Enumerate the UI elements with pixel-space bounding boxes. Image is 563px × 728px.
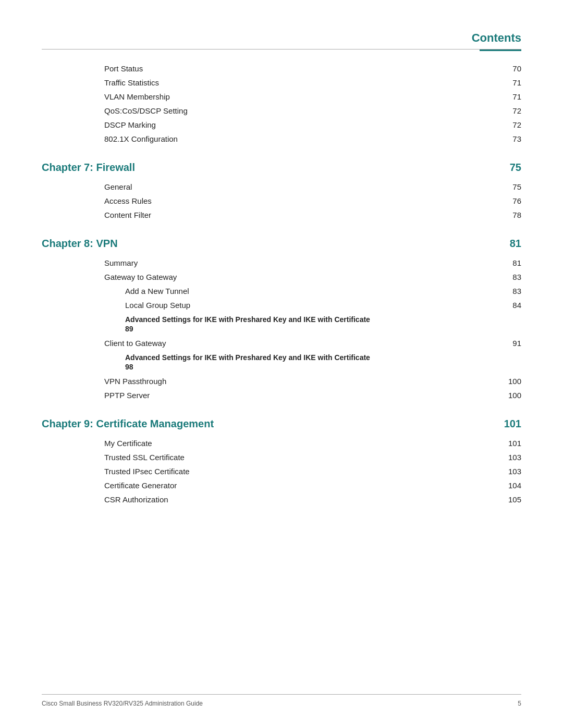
toc-entry-my-certificate: My Certificate 101	[42, 436, 521, 450]
toc-label-client-to-gateway: Client to Gateway	[104, 339, 495, 348]
advanced-page-1: 89	[125, 325, 133, 333]
toc-page-add-new-tunnel: 83	[495, 287, 521, 295]
toc-page-pptp-server: 100	[495, 391, 521, 400]
advanced-text-1: Advanced Settings for IKE with Preshared…	[125, 315, 370, 324]
advanced-page-2: 98	[125, 363, 133, 371]
toc-entry-pptp-server: PPTP Server 100	[42, 388, 521, 402]
toc-entry-general: General 75	[42, 180, 521, 194]
toc-entry-local-group-setup: Local Group Setup 84	[42, 298, 521, 312]
toc-label-summary: Summary	[104, 258, 495, 267]
section-continuation: Port Status 70 Traffic Statistics 71 VLA…	[42, 61, 521, 146]
accent-line-container	[42, 50, 521, 51]
toc-page-my-certificate: 101	[495, 439, 521, 448]
toc-page-vlan-membership: 71	[495, 92, 521, 101]
advanced-text-2: Advanced Settings for IKE with Preshared…	[125, 353, 370, 362]
advanced-block-2: Advanced Settings for IKE with Preshared…	[42, 350, 521, 374]
chapter-7-section: Chapter 7: Firewall 75 General 75 Access…	[42, 162, 521, 222]
chapter-9-heading: Chapter 9: Certificate Management 101	[42, 418, 521, 430]
toc-page-summary: 81	[495, 258, 521, 267]
footer-page-number: 5	[518, 700, 521, 707]
toc-entry-content-filter: Content Filter 78	[42, 208, 521, 222]
toc-section: Port Status 70 Traffic Statistics 71 VLA…	[42, 61, 521, 507]
toc-entry-gateway-to-gateway: Gateway to Gateway 83	[42, 270, 521, 284]
chapter-7-page: 75	[495, 162, 521, 174]
toc-page-port-status: 70	[495, 64, 521, 73]
toc-page-traffic-statistics: 71	[495, 78, 521, 87]
toc-label-traffic-statistics: Traffic Statistics	[104, 78, 495, 87]
toc-page-gateway-to-gateway: 83	[495, 273, 521, 281]
toc-entry-csr-auth: CSR Authorization 105	[42, 492, 521, 507]
toc-entry-summary: Summary 81	[42, 256, 521, 270]
toc-page-general: 75	[495, 182, 521, 191]
toc-page-trusted-ipsec: 103	[495, 467, 521, 476]
toc-page-dscp-marking: 72	[495, 120, 521, 129]
toc-entry-access-rules: Access Rules 76	[42, 194, 521, 208]
footer-content: Cisco Small Business RV320/RV325 Adminis…	[42, 700, 521, 707]
toc-entry-cert-generator: Certificate Generator 104	[42, 478, 521, 492]
toc-label-add-new-tunnel: Add a New Tunnel	[125, 287, 495, 295]
toc-entry-802-1x: 802.1X Configuration 73	[42, 132, 521, 146]
toc-label-dscp-marking: DSCP Marking	[104, 120, 495, 129]
toc-page-cert-generator: 104	[495, 481, 521, 490]
toc-entry-qos: QoS:CoS/DSCP Setting 72	[42, 104, 521, 118]
toc-label-trusted-ipsec: Trusted IPsec Certificate	[104, 467, 495, 476]
toc-page-access-rules: 76	[495, 196, 521, 205]
toc-label-vlan-membership: VLAN Membership	[104, 92, 495, 101]
toc-page-vpn-passthrough: 100	[495, 377, 521, 386]
toc-label-trusted-ssl: Trusted SSL Certificate	[104, 453, 495, 462]
toc-entry-client-to-gateway: Client to Gateway 91	[42, 336, 521, 350]
toc-label-qos: QoS:CoS/DSCP Setting	[104, 106, 495, 115]
toc-page-content-filter: 78	[495, 211, 521, 219]
toc-page-local-group-setup: 84	[495, 301, 521, 310]
page-footer: Cisco Small Business RV320/RV325 Adminis…	[42, 694, 521, 707]
toc-label-vpn-passthrough: VPN Passthrough	[104, 377, 495, 386]
toc-page-trusted-ssl: 103	[495, 453, 521, 462]
toc-page-client-to-gateway: 91	[495, 339, 521, 348]
toc-entry-dscp-marking: DSCP Marking 72	[42, 118, 521, 132]
chapter-9-section: Chapter 9: Certificate Management 101 My…	[42, 418, 521, 507]
chapter-9-page: 101	[495, 418, 521, 430]
toc-label-my-certificate: My Certificate	[104, 439, 495, 448]
toc-label-pptp-server: PPTP Server	[104, 391, 495, 400]
toc-label-general: General	[104, 182, 495, 191]
toc-entry-trusted-ssl: Trusted SSL Certificate 103	[42, 450, 521, 464]
advanced-block-1: Advanced Settings for IKE with Preshared…	[42, 312, 521, 336]
chapter-7-heading: Chapter 7: Firewall 75	[42, 162, 521, 174]
toc-label-access-rules: Access Rules	[104, 196, 495, 205]
toc-label-802-1x: 802.1X Configuration	[104, 134, 495, 143]
toc-label-content-filter: Content Filter	[104, 211, 495, 219]
toc-entry-vpn-passthrough: VPN Passthrough 100	[42, 374, 521, 388]
toc-page-qos: 72	[495, 106, 521, 115]
toc-entry-vlan-membership: VLAN Membership 71	[42, 90, 521, 104]
toc-label-gateway-to-gateway: Gateway to Gateway	[104, 273, 495, 281]
chapter-8-page: 81	[495, 238, 521, 250]
toc-label-cert-generator: Certificate Generator	[104, 481, 495, 490]
toc-entry-trusted-ipsec: Trusted IPsec Certificate 103	[42, 464, 521, 478]
contents-title: Contents	[472, 31, 521, 45]
toc-label-local-group-setup: Local Group Setup	[125, 301, 495, 310]
toc-entry-add-new-tunnel: Add a New Tunnel 83	[42, 284, 521, 298]
chapter-7-title: Chapter 7: Firewall	[42, 162, 135, 174]
toc-page-802-1x: 73	[495, 134, 521, 143]
chapter-8-title: Chapter 8: VPN	[42, 238, 118, 250]
accent-bar	[480, 50, 521, 51]
toc-label-csr-auth: CSR Authorization	[104, 495, 495, 504]
toc-page-csr-auth: 105	[495, 495, 521, 504]
page-header: Contents	[42, 31, 521, 45]
footer-left-text: Cisco Small Business RV320/RV325 Adminis…	[42, 700, 203, 707]
footer-divider	[42, 694, 521, 695]
chapter-9-title: Chapter 9: Certificate Management	[42, 418, 214, 430]
chapter-8-section: Chapter 8: VPN 81 Summary 81 Gateway to …	[42, 238, 521, 402]
toc-entry-port-status: Port Status 70	[42, 61, 521, 76]
toc-label-port-status: Port Status	[104, 64, 495, 73]
toc-entry-traffic-statistics: Traffic Statistics 71	[42, 76, 521, 90]
chapter-8-heading: Chapter 8: VPN 81	[42, 238, 521, 250]
